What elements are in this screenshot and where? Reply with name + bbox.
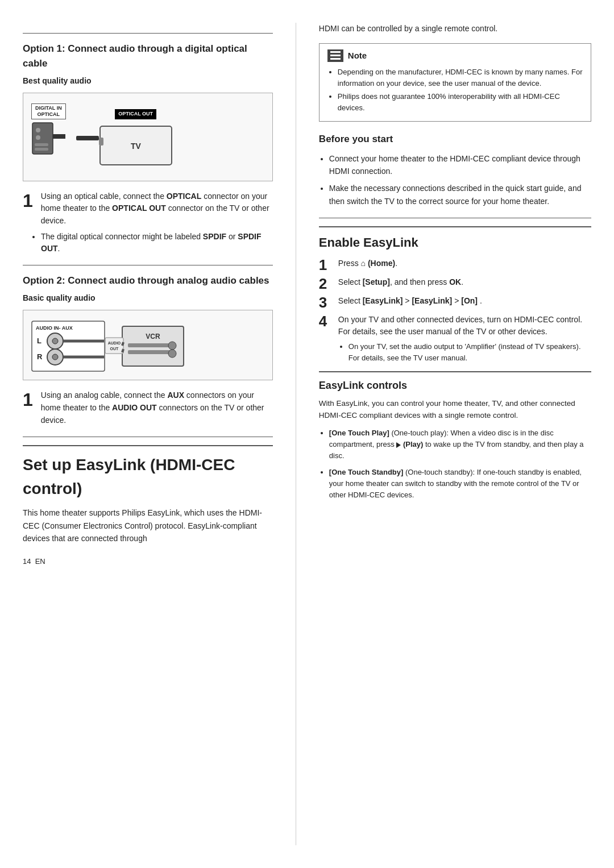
note-box: Note Depending on the manufacturer, HDMI… [319,43,591,122]
divider-easylink [319,218,591,218]
controls-item-1: [One Touch Play] (One-touch play): When … [329,427,591,462]
step-num-1b: 1 [23,391,33,409]
easylink-step-4: 4 On your TV and other connected devices… [319,314,591,363]
svg-point-23 [168,342,176,350]
option1-step1: 1 Using an optical cable, connect the OP… [23,190,273,255]
step-sub-item: The digital optical connector might be l… [41,231,273,255]
easylink-step2-text: Select [Setup], and then press OK. [338,276,463,288]
svg-text:VCR: VCR [146,333,160,340]
svg-line-29 [122,349,123,352]
hdmi-intro: HDMI can be controlled by a single remot… [319,23,591,35]
tv-svg: TV [99,122,173,167]
optical-out-label: OPTICAL OUT [115,109,156,119]
left-column: Option 1: Connect audio through a digita… [23,23,296,845]
svg-text:AUDIO IN- AUX: AUDIO IN- AUX [36,325,73,331]
svg-rect-4 [35,143,48,146]
note-header: Note [327,49,583,63]
easylink-controls-title: EasyLink controls [319,371,591,393]
controls-intro: With EasyLink, you can control your home… [319,398,591,422]
before-you-start-title: Before you start [319,132,591,147]
note-label: Note [348,49,367,63]
setup-title: Set up EasyLink (HDMI-CEC control) [23,445,273,501]
right-column: HDMI can be controlled by a single remot… [296,23,591,845]
before-list: Connect your home theater to the HDMI-CE… [329,152,591,208]
easylink-step4-sub: On your TV, set the audio output to 'Amp… [338,341,591,363]
vcr-svg: VCR AUDIO OUT [105,321,185,372]
easylink-num-1: 1 [319,258,333,272]
svg-line-28 [122,342,123,346]
easylink-num-3: 3 [319,295,333,310]
option2-subtitle: Basic quality audio [23,292,273,304]
svg-rect-25 [105,338,123,354]
note-item-1: Depending on the manufacturer, HDMI-CEC … [338,67,583,89]
easylink-num-2: 2 [319,276,333,291]
note-item-2: Philips does not guarantee 100% interope… [338,91,583,113]
svg-rect-5 [35,148,48,151]
svg-point-13 [52,338,58,344]
play-icon [396,442,401,448]
easylink-steps: 1 Press ⌂ (Home). 2 Select [Setup], and … [319,258,591,363]
easylink-num-4: 4 [319,314,333,329]
easylink-step4-text: On your TV and other connected devices, … [338,315,582,336]
svg-text:R: R [37,352,43,361]
step-num-1a: 1 [23,192,33,210]
note-icon [327,49,343,62]
h-cable [76,136,99,140]
svg-rect-21 [128,343,173,347]
option1-title: Option 1: Connect audio through a digita… [23,41,273,70]
easylink-step-1: 1 Press ⌂ (Home). [319,258,591,272]
svg-text:L: L [37,337,42,345]
option2-step1: 1 Using an analog cable, connect the AUX… [23,389,273,426]
easylink-step1-text: Press ⌂ (Home). [338,258,397,269]
step-sub-1a: The digital optical connector might be l… [31,231,273,255]
easylink-step4-content: On your TV and other connected devices, … [338,314,591,363]
analog-diagram: AUDIO IN- AUX L R [23,310,273,380]
svg-rect-22 [128,350,173,354]
before-item-2: Make the necessary connections described… [329,182,591,207]
audio-out-group: VCR AUDIO OUT [105,321,185,372]
step-text-1b: Using an analog cable, connect the AUX c… [41,389,273,426]
divider-setup [23,437,273,437]
setup-body: This home theater supports Philips EasyL… [23,506,273,545]
step-text-1a: Using an optical cable, connect the OPTI… [41,190,273,227]
svg-point-2 [36,128,40,132]
easylink-step-2: 2 Select [Setup], and then press OK. [319,276,591,291]
optical-cable-svg [31,122,65,173]
before-item-1: Connect your home theater to the HDMI-CE… [329,152,591,178]
option1-subtitle: Best quality audio [23,75,273,87]
svg-point-24 [168,350,176,358]
svg-point-3 [36,135,40,140]
svg-rect-8 [99,138,103,146]
audio-in-svg: AUDIO IN- AUX L R [31,321,105,372]
easylink-step-3: 3 Select [EasyLink] > [EasyLink] > [On] … [319,295,591,310]
svg-text:AUDIO: AUDIO [108,341,121,345]
optical-diagram: DIGITAL INOPTICAL [23,93,273,181]
option2-title: Option 2: Connect audio through analog a… [23,273,273,288]
note-list: Depending on the manufacturer, HDMI-CEC … [338,67,583,113]
digital-in-label: DIGITAL INOPTICAL [31,103,66,119]
easylink-step4-sub-item: On your TV, set the audio output to 'Amp… [349,341,591,363]
page-number: 14 EN [23,556,273,567]
svg-rect-1 [53,134,65,139]
controls-list: [One Touch Play] (One-touch play): When … [329,427,591,501]
divider-option2 [23,265,273,265]
easylink-step3-text: Select [EasyLink] > [EasyLink] > [On] . [338,295,482,307]
divider-top [23,33,273,34]
controls-item-2: [One Touch Standby] (One-touch standby):… [329,467,591,501]
svg-text:OUT: OUT [110,347,119,351]
easylink-title: Enable EasyLink [319,226,591,252]
svg-text:TV: TV [131,142,142,151]
svg-point-16 [52,354,58,360]
